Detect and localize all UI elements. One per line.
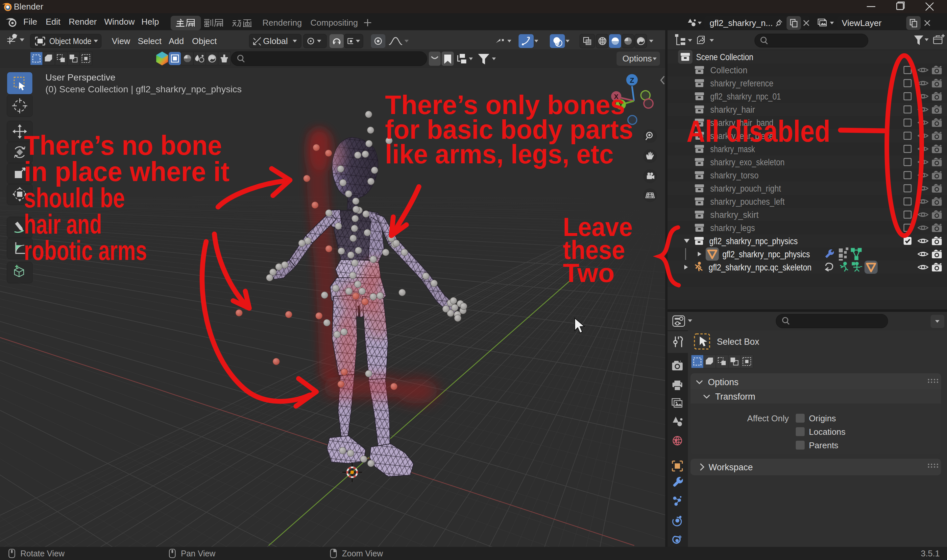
svg-text:sharkry_hair_band: sharkry_hair_band [710, 118, 773, 128]
svg-text:Y: Y [619, 101, 623, 108]
svg-text:Workspace: Workspace [708, 462, 753, 472]
svg-text:Object: Object [192, 36, 217, 46]
svg-text:gfl2_sharkry_npc.qc_skeleton: gfl2_sharkry_npc.qc_skeleton [708, 263, 811, 272]
svg-text:Add: Add [169, 36, 184, 46]
svg-text:X: X [614, 93, 619, 100]
svg-text:Locations: Locations [809, 427, 845, 437]
svg-text:Transform: Transform [715, 392, 755, 402]
svg-text:sharkry_pouch_right: sharkry_pouch_right [710, 184, 781, 194]
svg-text:Parents: Parents [809, 440, 839, 450]
svg-text:Rendering: Rendering [262, 18, 302, 28]
svg-text:Collection: Collection [710, 65, 747, 75]
svg-text:Help: Help [142, 17, 159, 27]
svg-text:Object Mode: Object Mode [49, 36, 91, 46]
svg-text:Rotate View: Rotate View [20, 549, 65, 558]
svg-text:User Perspective: User Perspective [45, 72, 115, 83]
svg-text:Z: Z [630, 76, 634, 85]
svg-text:Compositing: Compositing [310, 18, 358, 28]
svg-text:3.5.1: 3.5.1 [921, 549, 940, 558]
svg-text:Options: Options [708, 377, 739, 387]
svg-text:Render: Render [69, 17, 97, 27]
svg-text:Scene Collection: Scene Collection [696, 52, 753, 62]
svg-text:Options: Options [622, 54, 652, 63]
svg-text:View: View [112, 36, 130, 46]
svg-text:Blender: Blender [14, 2, 43, 11]
svg-text:sharkry_ear_piece: sharkry_ear_piece [710, 131, 773, 141]
svg-text:Pan View: Pan View [181, 549, 216, 558]
svg-text:Select Box: Select Box [717, 337, 759, 347]
svg-text:gfl2_sharkry_n...: gfl2_sharkry_n... [710, 18, 773, 28]
svg-text:gfl2_sharkry_npc_01: gfl2_sharkry_npc_01 [710, 92, 781, 102]
svg-text:sharkry_reference: sharkry_reference [710, 78, 773, 88]
svg-text:Origins: Origins [809, 414, 836, 423]
svg-text:gfl2_sharkry_npc_physics: gfl2_sharkry_npc_physics [722, 249, 810, 259]
svg-text:Edit: Edit [46, 17, 61, 27]
svg-text:(0) Scene Collection | gfl2_sh: (0) Scene Collection | gfl2_sharkry_npc_… [45, 84, 242, 94]
svg-text:sharkry_legs: sharkry_legs [710, 223, 755, 233]
svg-text:Global: Global [263, 36, 288, 46]
svg-text:gfl2_sharkry_npc_physics: gfl2_sharkry_npc_physics [709, 236, 798, 246]
svg-text:Zoom View: Zoom View [342, 549, 383, 558]
svg-text:sharkry_skirt: sharkry_skirt [710, 210, 759, 220]
svg-text:ViewLayer: ViewLayer [842, 18, 882, 28]
svg-text:sharkry_mask: sharkry_mask [710, 144, 755, 154]
svg-text:Window: Window [104, 17, 135, 27]
svg-text:sharkry_torso: sharkry_torso [710, 171, 759, 180]
svg-text:Affect Only: Affect Only [747, 414, 789, 423]
svg-text:File: File [23, 17, 37, 27]
svg-text:sharkry_pouches_left: sharkry_pouches_left [710, 197, 785, 207]
svg-text:sharkry_exo_skeleton: sharkry_exo_skeleton [710, 157, 785, 167]
svg-text:sharkry_hair: sharkry_hair [710, 105, 755, 115]
svg-text:Select: Select [138, 36, 162, 46]
